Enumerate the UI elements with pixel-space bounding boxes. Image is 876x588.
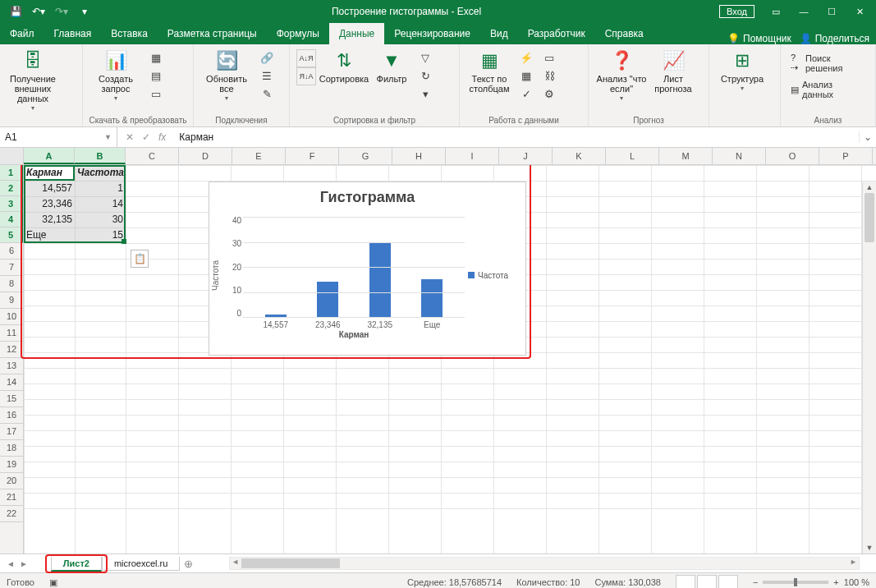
row-header[interactable]: 11 (0, 325, 23, 342)
connections-icon[interactable]: 🔗 (258, 49, 276, 66)
column-header[interactable]: N (713, 148, 766, 164)
row-header[interactable]: 6 (0, 243, 23, 260)
cell[interactable]: 15 (75, 227, 126, 243)
name-box[interactable]: A1▼ (0, 127, 117, 147)
page-break-view-icon[interactable] (718, 575, 738, 588)
column-header[interactable]: I (446, 148, 499, 164)
row-header[interactable]: 8 (0, 276, 23, 292)
remove-duplicates-icon[interactable]: ▦ (517, 67, 535, 84)
column-header[interactable]: G (339, 148, 392, 164)
row-header[interactable]: 10 (0, 309, 23, 325)
horizontal-scrollbar[interactable]: ◄► (229, 557, 860, 570)
clear-filter-icon[interactable]: ▽ (416, 49, 434, 66)
histogram-chart[interactable]: Гистограмма Частота 403020100 14,55723,3… (209, 181, 526, 356)
select-all-corner[interactable] (0, 148, 24, 164)
row-header[interactable]: 14 (0, 374, 23, 391)
page-layout-view-icon[interactable] (697, 575, 717, 588)
chart-bar[interactable] (421, 279, 443, 317)
column-header[interactable]: J (499, 148, 553, 164)
tell-me[interactable]: 💡Помощник (727, 33, 791, 44)
row-header[interactable]: 13 (0, 358, 23, 374)
cell[interactable]: 1 (75, 181, 126, 196)
column-header[interactable]: C (126, 148, 179, 164)
edit-links-icon[interactable]: ✎ (258, 85, 276, 102)
column-header[interactable]: M (659, 148, 713, 164)
row-header[interactable]: 18 (0, 440, 23, 457)
sort-az-icon[interactable]: A↓Я (296, 49, 316, 67)
manage-model-icon[interactable]: ⚙ (540, 85, 558, 102)
column-header[interactable]: P (819, 148, 873, 164)
minimize-icon[interactable]: — (791, 2, 817, 21)
solver-button[interactable]: ?⇢Поиск решения (787, 51, 869, 75)
tab-help[interactable]: Справка (595, 23, 654, 44)
row-header[interactable]: 20 (0, 473, 23, 489)
filter-button[interactable]: ▼Фильтр (372, 48, 411, 84)
what-if-button[interactable]: ❓Анализ "что если"▾ (595, 48, 648, 103)
chart-bar[interactable] (317, 282, 338, 317)
row-header[interactable]: 22 (0, 506, 23, 522)
column-header[interactable]: D (179, 148, 232, 164)
fx-icon[interactable]: fx (158, 131, 166, 143)
normal-view-icon[interactable] (676, 575, 695, 588)
save-icon[interactable]: 💾 (7, 2, 25, 21)
maximize-icon[interactable]: ☐ (819, 2, 845, 21)
tab-insert[interactable]: Вставка (101, 23, 158, 44)
sort-za-icon[interactable]: Я↓A (296, 67, 316, 85)
show-queries-icon[interactable]: ▦ (147, 49, 165, 66)
zoom-in-icon[interactable]: + (833, 577, 838, 587)
row-header[interactable]: 15 (0, 391, 23, 407)
relationships-icon[interactable]: ⛓ (540, 67, 558, 84)
add-sheet-icon[interactable]: ⊕ (180, 558, 196, 570)
consolidate-icon[interactable]: ▭ (540, 49, 558, 66)
tab-view[interactable]: Вид (480, 23, 518, 44)
row-header[interactable]: 7 (0, 260, 23, 276)
chart-bar[interactable] (369, 242, 391, 318)
formula-input[interactable]: Карман (174, 131, 859, 143)
cell[interactable]: 14 (75, 196, 126, 212)
data-validation-icon[interactable]: ✓ (517, 85, 535, 102)
column-header[interactable]: F (286, 148, 339, 164)
vertical-scrollbar[interactable]: ▲ ▼ (862, 181, 876, 554)
refresh-all-button[interactable]: 🔄Обновить все▾ (200, 48, 253, 103)
advanced-filter-icon[interactable]: ▾ (416, 85, 434, 102)
new-query-button[interactable]: 📊Создать запрос▾ (89, 48, 142, 103)
column-header[interactable]: L (606, 148, 659, 164)
tab-home[interactable]: Главная (44, 23, 102, 44)
recent-sources-icon[interactable]: ▭ (147, 85, 165, 102)
row-header[interactable]: 16 (0, 407, 23, 424)
row-header[interactable]: 12 (0, 342, 23, 358)
macro-record-icon[interactable]: ▣ (49, 577, 57, 588)
cell[interactable]: Частота (75, 165, 126, 181)
cell[interactable]: 23,346 (24, 196, 75, 212)
outline-button[interactable]: ⊞Структура▾ (716, 48, 768, 93)
tab-layout[interactable]: Разметка страницы (158, 23, 267, 44)
row-header[interactable]: 4 (0, 212, 23, 227)
zoom-control[interactable]: − + 100 % (753, 577, 869, 587)
tab-formulas[interactable]: Формулы (267, 23, 329, 44)
forecast-sheet-button[interactable]: 📈Лист прогноза (653, 48, 694, 94)
tab-data[interactable]: Данные (329, 23, 384, 44)
cancel-formula-icon[interactable]: ✕ (126, 131, 134, 143)
row-header[interactable]: 17 (0, 424, 23, 440)
share-button[interactable]: 👤Поделиться (800, 33, 869, 44)
qat-customize-icon[interactable]: ▾ (76, 2, 94, 21)
column-header[interactable]: E (232, 148, 286, 164)
redo-icon[interactable]: ↷▾ (53, 2, 71, 21)
column-header[interactable]: H (392, 148, 446, 164)
row-header[interactable]: 9 (0, 292, 23, 309)
paste-options-icon[interactable]: 📋 (131, 250, 149, 268)
cell[interactable]: Карман (24, 165, 75, 181)
row-header[interactable]: 19 (0, 457, 23, 473)
cell[interactable]: Еще (24, 227, 75, 243)
undo-icon[interactable]: ↶▾ (30, 2, 48, 21)
confirm-formula-icon[interactable]: ✓ (142, 131, 150, 143)
sheet-nav-next-icon[interactable]: ► (20, 559, 28, 568)
scroll-up-icon[interactable]: ▲ (863, 181, 876, 193)
sign-in-button[interactable]: Вход (719, 5, 754, 18)
column-header[interactable]: K (553, 148, 606, 164)
from-table-icon[interactable]: ▤ (147, 67, 165, 84)
cells-area[interactable]: 📋 Гистограмма Частота 403020100 14,55723… (24, 165, 876, 554)
zoom-out-icon[interactable]: − (753, 577, 758, 587)
column-header[interactable]: O (766, 148, 819, 164)
row-header[interactable]: 1 (0, 165, 23, 181)
